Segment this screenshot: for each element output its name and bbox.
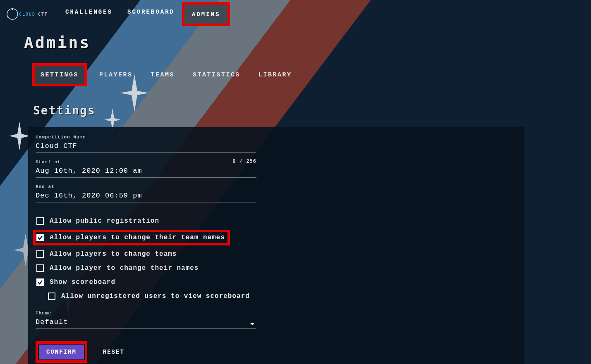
checkbox-label: Allow player to change their names bbox=[50, 264, 199, 272]
tab-players[interactable]: PLAYERS bbox=[93, 66, 139, 84]
theme-value: Default bbox=[36, 318, 68, 326]
tab-teams[interactable]: TEAMS bbox=[145, 66, 181, 84]
checkbox-change-teams[interactable]: Allow players to change teams bbox=[36, 247, 517, 261]
checkbox-icon[interactable] bbox=[36, 250, 44, 258]
end-at-label: End at bbox=[36, 184, 256, 189]
checkbox-icon[interactable] bbox=[36, 264, 44, 272]
settings-panel: Competition Name Cloud CTF 9 / 256 Start… bbox=[28, 127, 524, 364]
nav-admins[interactable]: ADMINS bbox=[182, 2, 230, 26]
svg-point-7 bbox=[7, 17, 9, 18]
confirm-highlight: CONFIRM bbox=[36, 341, 87, 363]
section-title: Settings bbox=[33, 104, 591, 117]
nav-challenges[interactable]: CHALLENGES bbox=[58, 2, 120, 26]
start-at-value[interactable]: Aug 10th, 2020 12:00 am bbox=[36, 167, 142, 175]
nav-items: CHALLENGES SCOREBOARD ADMINS bbox=[58, 2, 230, 26]
competition-name-counter: 9 / 256 bbox=[233, 159, 256, 164]
svg-point-6 bbox=[12, 8, 13, 10]
top-nav: CLOUD CTF CHALLENGES SCOREBOARD ADMINS bbox=[0, 0, 591, 23]
cloud-ctf-logo-icon: CLOUD CTF bbox=[6, 7, 51, 21]
checkbox-label: Allow players to change their team names bbox=[50, 234, 225, 241]
end-at-value[interactable]: Dec 16th, 2020 06:59 pm bbox=[36, 192, 142, 200]
checkbox-label: Allow public registration bbox=[50, 217, 159, 225]
form-actions: CONFIRM RESET bbox=[36, 341, 517, 363]
tab-settings[interactable]: SETTINGS bbox=[32, 63, 87, 86]
confirm-button[interactable]: CONFIRM bbox=[39, 345, 84, 359]
checkbox-label: Show scoreboard bbox=[50, 278, 115, 286]
svg-text:CLOUD: CLOUD bbox=[19, 12, 36, 17]
tab-library[interactable]: LIBRARY bbox=[253, 66, 298, 84]
highlight-box: Allow players to change their team names bbox=[33, 230, 230, 245]
chevron-down-icon bbox=[250, 323, 255, 325]
sparkle-icon bbox=[9, 121, 30, 150]
checkbox-label: Allow unregistered users to view scorebo… bbox=[61, 293, 250, 300]
tab-statistics[interactable]: STATISTICS bbox=[187, 66, 246, 84]
end-at-field[interactable]: End at Dec 16th, 2020 06:59 pm bbox=[36, 184, 256, 202]
checkbox-icon[interactable] bbox=[36, 217, 44, 225]
svg-text:CTF: CTF bbox=[38, 12, 48, 17]
checkbox-label: Allow players to change teams bbox=[50, 250, 177, 258]
competition-name-label: Competition Name bbox=[36, 135, 256, 140]
checkbox-unreg-view-scoreboard[interactable]: Allow unregistered users to view scorebo… bbox=[36, 289, 517, 303]
checkbox-show-scoreboard[interactable]: Show scoreboard bbox=[36, 275, 517, 289]
checkbox-public-registration[interactable]: Allow public registration bbox=[36, 214, 517, 228]
theme-label: Theme bbox=[36, 311, 256, 316]
checkbox-group: Allow public registration Allow players … bbox=[36, 214, 517, 303]
brand-logo[interactable]: CLOUD CTF bbox=[6, 7, 51, 21]
checkbox-icon[interactable] bbox=[36, 234, 44, 241]
competition-name-value[interactable]: Cloud CTF bbox=[36, 142, 77, 150]
checkbox-icon[interactable] bbox=[36, 278, 44, 286]
checkbox-change-team-names-row: Allow players to change their team names bbox=[36, 228, 517, 247]
checkbox-change-names[interactable]: Allow player to change their names bbox=[36, 261, 517, 275]
start-at-field[interactable]: 9 / 256 Start at Aug 10th, 2020 12:00 am bbox=[36, 159, 256, 178]
start-at-label: Start at bbox=[36, 159, 256, 164]
admin-subtabs: SETTINGS PLAYERS TEAMS STATISTICS LIBRAR… bbox=[32, 63, 591, 86]
checkbox-icon[interactable] bbox=[48, 293, 55, 300]
theme-select[interactable]: Theme Default bbox=[36, 311, 256, 329]
reset-button[interactable]: RESET bbox=[96, 345, 132, 359]
page-title: Admins bbox=[0, 23, 591, 52]
svg-marker-0 bbox=[9, 121, 30, 150]
nav-scoreboard[interactable]: SCOREBOARD bbox=[120, 2, 182, 26]
competition-name-field[interactable]: Competition Name Cloud CTF bbox=[36, 135, 256, 153]
